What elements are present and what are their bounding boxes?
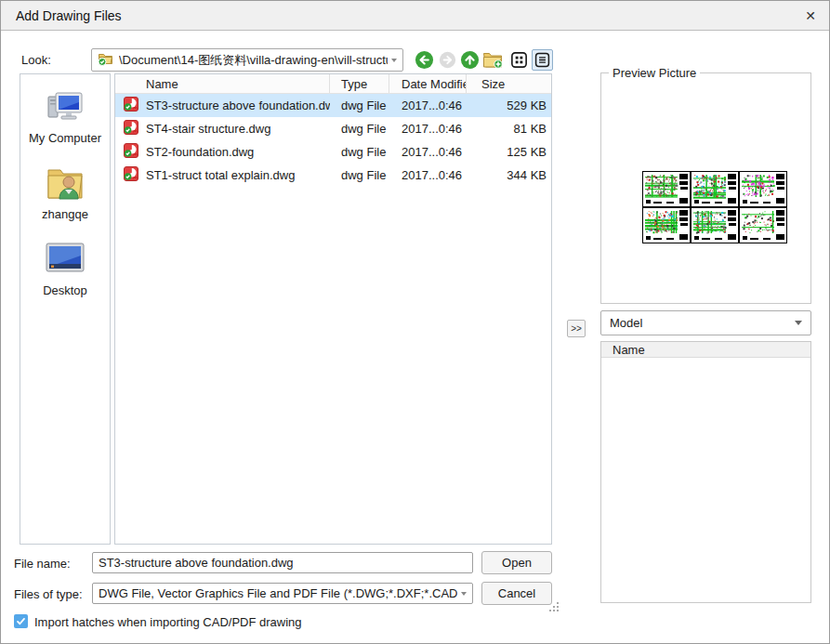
look-label: Look:	[21, 53, 51, 67]
file-size-cell: 81 KB	[467, 122, 551, 136]
up-button[interactable]	[459, 49, 480, 70]
back-button[interactable]	[414, 49, 434, 70]
import-hatches-label: Import hatches when importing CAD/PDF dr…	[34, 615, 302, 629]
file-date-cell: 2017...0:46	[389, 168, 467, 182]
preview-thumbnail	[642, 171, 691, 207]
file-row[interactable]: ST2-foundation.dwg dwg File 2017...0:46 …	[115, 140, 551, 164]
file-size-cell: 529 KB	[467, 99, 551, 112]
file-type-cell: dwg File	[330, 99, 389, 112]
file-list-header: Name Type Date Modified Size	[115, 74, 551, 94]
forward-button[interactable]	[437, 49, 457, 70]
chevron-down-icon	[391, 59, 397, 62]
file-name-input[interactable]	[92, 552, 473, 573]
space-select-dropdown[interactable]: Model	[600, 310, 811, 335]
file-name-cell: ST1-struct total explain.dwg	[115, 166, 330, 184]
preview-picture-group: Preview Picture	[600, 66, 811, 304]
file-type-cell: dwg File	[330, 145, 389, 159]
dwg-file-icon	[124, 143, 138, 161]
file-name-text: ST1-struct total explain.dwg	[146, 168, 295, 182]
file-name-text: ST4-stair structure.dwg	[146, 122, 270, 136]
user-folder-icon	[44, 162, 86, 204]
selected-list-header-name[interactable]: Name	[601, 342, 810, 358]
file-date-cell: 2017...0:46	[389, 99, 467, 112]
new-folder-button[interactable]	[482, 49, 503, 70]
column-header-date[interactable]: Date Modified	[389, 74, 467, 93]
add-to-list-button[interactable]: >>	[567, 320, 586, 337]
file-list-panel: Name Type Date Modified Size ST3-struct	[114, 73, 552, 545]
add-drawing-files-dialog: Add Drawing Files ✕ Look: \Document\14-图…	[0, 0, 830, 644]
files-of-type-value: DWG File, Vector Graphics File and PDF F…	[99, 586, 457, 600]
close-icon[interactable]: ✕	[799, 5, 822, 27]
file-name-text: ST2-foundation.dwg	[146, 145, 254, 159]
icon-view-button[interactable]	[508, 49, 529, 70]
preview-thumbnail	[642, 207, 691, 243]
file-size-cell: 125 KB	[467, 145, 551, 159]
sidebar-item-zhangqe[interactable]: zhangqe	[20, 162, 110, 221]
open-button[interactable]: Open	[481, 551, 552, 574]
desktop-icon	[44, 238, 86, 281]
sidebar-item-label: Desktop	[43, 283, 87, 297]
file-date-cell: 2017...0:46	[389, 145, 467, 159]
resize-grip[interactable]	[548, 601, 560, 612]
dialog-title: Add Drawing Files	[16, 8, 122, 23]
file-date-cell: 2017...0:46	[389, 122, 467, 136]
file-size-cell: 344 KB	[467, 168, 551, 182]
file-type-cell: dwg File	[330, 122, 389, 136]
file-row[interactable]: ST1-struct total explain.dwg dwg File 20…	[115, 164, 551, 187]
folder-check-icon	[98, 51, 113, 69]
file-row[interactable]: ST3-structure above foundation.dwg dwg F…	[115, 94, 551, 117]
title-bar: Add Drawing Files ✕	[1, 1, 829, 31]
preview-picture-title: Preview Picture	[609, 66, 700, 80]
file-name-text: ST3-structure above foundation.dwg	[146, 99, 330, 112]
file-name-label: File name:	[14, 557, 71, 571]
dwg-file-icon	[124, 120, 138, 138]
look-path-combobox[interactable]: \Document\14-图纸资料\villa-drawing-en\vill-…	[91, 48, 403, 72]
detail-view-button[interactable]	[532, 49, 553, 71]
file-name-cell: ST4-stair structure.dwg	[115, 120, 330, 138]
column-header-type[interactable]: Type	[330, 74, 389, 93]
file-rows: ST3-structure above foundation.dwg dwg F…	[115, 94, 551, 187]
preview-thumbnail	[691, 207, 739, 243]
sidebar-item-label: zhangqe	[42, 207, 88, 221]
sidebar-item-label: My Computer	[29, 131, 101, 145]
space-select-value: Model	[610, 316, 795, 330]
file-name-cell: ST3-structure above foundation.dwg	[115, 97, 330, 114]
import-hatches-checkbox[interactable]	[14, 614, 28, 628]
files-of-type-dropdown[interactable]: DWG File, Vector Graphics File and PDF F…	[92, 583, 473, 604]
selected-drawings-list: Name	[600, 341, 811, 603]
preview-thumbnail	[739, 171, 787, 207]
preview-thumbnails	[642, 171, 787, 243]
my-computer-icon	[46, 85, 85, 128]
cancel-button[interactable]: Cancel	[481, 582, 552, 605]
sidebar-item-my-computer[interactable]: My Computer	[20, 85, 110, 145]
check-icon	[16, 616, 26, 626]
file-row[interactable]: ST4-stair structure.dwg dwg File 2017...…	[115, 117, 551, 140]
preview-thumbnail	[739, 207, 787, 243]
chevron-down-icon	[461, 592, 467, 596]
files-of-type-label: Files of type:	[14, 587, 83, 601]
places-sidebar: My Computer zhangqe	[20, 73, 111, 545]
column-header-name[interactable]: Name	[115, 74, 330, 93]
chevron-down-icon	[795, 321, 802, 325]
file-name-cell: ST2-foundation.dwg	[115, 143, 330, 161]
dwg-file-icon	[124, 97, 138, 114]
file-type-cell: dwg File	[330, 168, 389, 182]
sidebar-item-desktop[interactable]: Desktop	[20, 238, 110, 297]
preview-thumbnail	[691, 171, 739, 207]
current-path: \Document\14-图纸资料\villa-drawing-en\vill-…	[119, 52, 388, 69]
dwg-file-icon	[124, 166, 138, 184]
column-header-size[interactable]: Size	[467, 74, 551, 93]
